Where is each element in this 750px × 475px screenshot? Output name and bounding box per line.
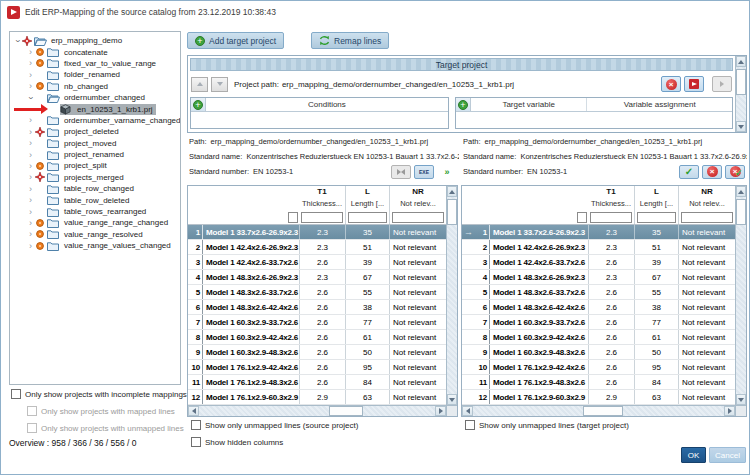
expand-chevron-icon[interactable]: ›: [26, 116, 35, 124]
table-row-12[interactable]: 12Model 1 76.1x2.9-60.3x2.92.963Not rele…: [188, 390, 446, 405]
expand-chevron-icon[interactable]: ›: [26, 219, 35, 227]
horizontal-scrollbar[interactable]: [462, 405, 735, 416]
table-row-2[interactable]: 2Model 1 42.4x2.6-26.9x2.32.351Not relev…: [188, 240, 446, 255]
reject-mapping-button[interactable]: ×: [702, 165, 722, 179]
tree-item-ordernumber_changed[interactable]: ›ordernumber_changed: [10, 92, 180, 103]
scrollbar-track[interactable]: [736, 67, 746, 121]
checkbox-box[interactable]: [11, 389, 21, 399]
tree-item-projects_merged[interactable]: ›projects_merged: [10, 172, 180, 183]
expand-chevron-icon[interactable]: ›: [26, 82, 35, 90]
table-row-3[interactable]: 3Model 1 42.4x2.6-33.7x2.62.639Not relev…: [188, 255, 446, 270]
accept-mapping-button[interactable]: ✓: [679, 165, 699, 179]
table-row-8[interactable]: 8Model 1 60.3x2.9-42.4x2.62.661Not relev…: [188, 330, 446, 345]
collapse-chevron-icon[interactable]: ›: [14, 36, 22, 45]
checkbox-unmapped-source[interactable]: Show only unmapped lines (source project…: [191, 420, 358, 430]
move-up-button[interactable]: [191, 77, 208, 92]
table-row-10[interactable]: 10Model 1 76.1x2.9-42.4x2.62.695Not rele…: [462, 360, 735, 375]
tree-item-project_moved[interactable]: ›project_moved: [10, 138, 180, 149]
column-subheader-l[interactable]: Length [...: [634, 198, 678, 210]
scroll-right-button[interactable]: [435, 406, 446, 416]
tree-item-value_range_values_changed[interactable]: ›value_range_values_changed: [10, 240, 180, 251]
table-row-7[interactable]: 7Model 1 60.3x2.9-33.7x2.62.677Not relev…: [462, 315, 735, 330]
horizontal-scrollbar[interactable]: [188, 405, 446, 416]
table-row-11[interactable]: 11Model 1 76.1x2.9-48.3x2.62.684Not rele…: [462, 375, 735, 390]
column-header-t1[interactable]: T1: [299, 186, 345, 198]
tree-item-table_row_changed[interactable]: ›table_row_changed: [10, 183, 180, 194]
table-row-5[interactable]: 5Model 1 48.3x2.6-33.7x2.62.655Not relev…: [462, 285, 735, 300]
table-row-8[interactable]: 8Model 1 60.3x2.9-42.4x2.62.661Not relev…: [462, 330, 735, 345]
column-subheader-t1[interactable]: Thickness...: [588, 198, 634, 210]
scrollbar-thumb[interactable]: [736, 199, 746, 225]
variable-assignment-list[interactable]: [456, 112, 732, 128]
cancel-button[interactable]: Cancel: [709, 447, 746, 463]
scroll-left-button[interactable]: [462, 406, 473, 416]
column-subheader-nr[interactable]: Not relev...: [389, 198, 446, 210]
table-row-9[interactable]: 9Model 1 60.3x2.9-48.3x2.62.650Not relev…: [462, 345, 735, 360]
table-row-2[interactable]: 2Model 1 42.4x2.6-26.9x2.32.351Not relev…: [462, 240, 735, 255]
expand-chevron-icon[interactable]: ›: [26, 71, 35, 79]
l-filter-input[interactable]: [348, 212, 387, 223]
column-header-l[interactable]: L: [345, 186, 389, 198]
tree-item-table_rows_rearranged[interactable]: ›table_rows_rearranged: [10, 206, 180, 217]
conditions-column-header[interactable]: Conditions: [206, 98, 448, 111]
tree-item-folder_renamed[interactable]: ›folder_renamed: [10, 69, 180, 80]
scroll-down-button[interactable]: [736, 394, 746, 405]
variable-assignment-column-header[interactable]: Variable assignment: [586, 98, 732, 111]
t1-filter-input[interactable]: [301, 212, 343, 223]
exe-mapping-button[interactable]: EXE: [414, 165, 434, 179]
table-row-3[interactable]: 3Model 1 42.4x2.6-33.7x2.62.639Not relev…: [462, 255, 735, 270]
scroll-right-button[interactable]: [724, 406, 735, 416]
remap-lines-button[interactable]: Remap lines: [311, 32, 389, 49]
tree-item-value_range_range_changed[interactable]: ›value_range_range_changed: [10, 217, 180, 228]
t1-filter-input[interactable]: [590, 212, 632, 223]
table-row-1[interactable]: 1Model 1 33.7x2.6-26.9x2.32.335Not relev…: [188, 225, 446, 240]
scrollbar-track[interactable]: [736, 197, 746, 394]
expand-chevron-icon[interactable]: ›: [26, 59, 35, 67]
add-condition-button[interactable]: +: [191, 98, 206, 111]
table-row-6[interactable]: 6Model 1 48.3x2.6-42.4x2.62.638Not relev…: [462, 300, 735, 315]
conditions-list[interactable]: [191, 112, 448, 128]
column-header-nr[interactable]: NR: [678, 186, 735, 198]
tree-item-project_deleted[interactable]: ›project_deleted: [10, 126, 180, 137]
auto-map-button[interactable]: »: [437, 165, 457, 179]
expand-chevron-icon[interactable]: ›: [26, 242, 35, 250]
table-row-4[interactable]: 4Model 1 48.3x2.6-26.9x2.32.367Not relev…: [462, 270, 735, 285]
column-header-t1[interactable]: T1: [588, 186, 634, 198]
vertical-scrollbar[interactable]: [735, 186, 746, 405]
open-project-button[interactable]: [684, 76, 704, 92]
scrollbar-track[interactable]: [199, 406, 435, 416]
tree-item-value_range_resolved[interactable]: ›value_range_resolved: [10, 229, 180, 240]
title-bar[interactable]: Edit ERP-Mapping of the source catalog f…: [1, 1, 749, 23]
column-header-l[interactable]: L: [634, 186, 678, 198]
table-row-1[interactable]: →1Model 1 33.7x2.6-26.9x2.32.335Not rele…: [462, 225, 735, 240]
column-header-nr[interactable]: NR: [389, 186, 446, 198]
collapse-chevron-icon[interactable]: ›: [27, 93, 35, 102]
scroll-up-button[interactable]: [736, 56, 746, 67]
tree-item-nb_changed[interactable]: ›nb_changed: [10, 81, 180, 92]
tree-item-table_row_deleted[interactable]: ›table_row_deleted: [10, 194, 180, 205]
table-row-7[interactable]: 7Model 1 60.3x2.9-33.7x2.62.677Not relev…: [188, 315, 446, 330]
column-subheader-nr[interactable]: Not relev...: [678, 198, 735, 210]
ok-button[interactable]: OK: [681, 447, 706, 463]
tree-item-en_10253_1_krb1.prj[interactable]: en_10253_1_krb1.prj: [10, 103, 180, 114]
scrollbar-thumb[interactable]: [329, 406, 363, 416]
checkbox-box[interactable]: [191, 437, 201, 447]
checkbox-box[interactable]: [191, 420, 201, 430]
project-tree[interactable]: ›erp_mapping_demo›concatenate›fixed_var_…: [9, 31, 181, 385]
scroll-left-button[interactable]: [188, 406, 199, 416]
table-row-11[interactable]: 11Model 1 76.1x2.9-48.3x2.62.684Not rele…: [188, 375, 446, 390]
expand-chevron-icon[interactable]: ›: [26, 173, 35, 181]
table-row-4[interactable]: 4Model 1 48.3x2.6-26.9x2.32.367Not relev…: [188, 270, 446, 285]
tree-item-ordernumber_varname_changed[interactable]: ›ordernumber_varname_changed: [10, 115, 180, 126]
expand-chevron-icon[interactable]: ›: [26, 196, 35, 204]
checkbox-show-hidden-columns[interactable]: Show hidden columns: [191, 437, 283, 447]
expand-chevron-icon[interactable]: ›: [26, 139, 35, 147]
scroll-down-button[interactable]: [447, 394, 457, 405]
tree-item-project_renamed[interactable]: ›project_renamed: [10, 149, 180, 160]
expand-chevron-icon[interactable]: ›: [26, 151, 35, 159]
table-row-10[interactable]: 10Model 1 76.1x2.9-42.4x2.62.695Not rele…: [188, 360, 446, 375]
name-filter-input[interactable]: [577, 212, 587, 223]
tree-item-concatenate[interactable]: ›concatenate: [10, 46, 180, 57]
tree-item-fixed_var_to_value_range[interactable]: ›fixed_var_to_value_range: [10, 58, 180, 69]
checkbox-unmapped-target[interactable]: Show only unmapped lines (target project…: [465, 420, 629, 430]
